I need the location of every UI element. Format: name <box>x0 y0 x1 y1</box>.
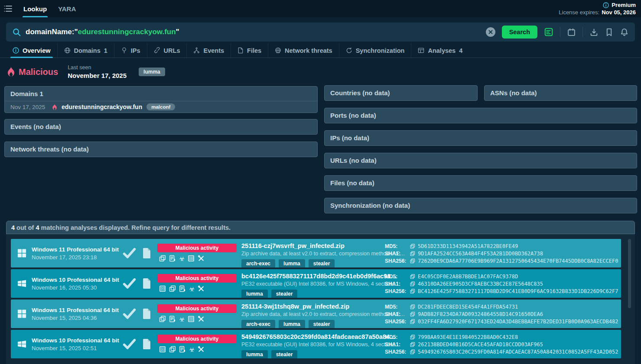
analysis-date: November 16, 2025 05:30 <box>32 284 119 291</box>
notifications-bell-icon[interactable] <box>620 28 629 37</box>
divider <box>560 27 560 37</box>
md5-hash: DC281FDEEC8ED15E454F4A1FFDA54731 <box>418 304 518 310</box>
copy-icon[interactable] <box>169 346 176 353</box>
menu-icon[interactable] <box>3 4 13 13</box>
biohazard-icon[interactable]: ☣ <box>189 346 195 353</box>
sha1-hash: 46310DA26EE905D3CF8AEBC33BC2E87E5648C835 <box>418 281 543 287</box>
premium-badge[interactable]: Premium <box>559 1 636 9</box>
globe-threat-icon <box>275 47 281 54</box>
query-results-icon[interactable] <box>544 27 553 37</box>
copy-hash-icon[interactable] <box>410 251 415 256</box>
search-bar[interactable]: domainName:"edurestunningcrackyow.fun" S… <box>6 23 635 42</box>
biohazard-icon[interactable]: ☣ <box>179 255 185 262</box>
bookmark-icon[interactable] <box>605 28 613 37</box>
tab-urls[interactable]: URLs <box>147 43 187 58</box>
copy-icon[interactable] <box>159 316 166 322</box>
search-input[interactable]: domainName:"edurestunningcrackyow.fun" <box>26 28 179 36</box>
analysis-row[interactable]: Windows 10 Professional 64 bit November … <box>11 269 621 298</box>
tab-domains[interactable]: Domains1 <box>57 43 114 58</box>
info-icon <box>603 2 609 8</box>
calendar-icon[interactable] <box>567 28 576 37</box>
tag-chip[interactable]: lumma <box>279 320 305 329</box>
report-icon[interactable] <box>169 255 176 262</box>
file-icon <box>238 47 244 54</box>
sha1-hash: 262138BDED40B16D5CACE45AFAD18CCDD03AF965 <box>418 341 543 348</box>
tag-chip[interactable]: lumma <box>241 290 268 298</box>
ti-lookup-page: Lookup YARA Premium License expires:Nov … <box>0 0 641 364</box>
tab-synchronization[interactable]: Synchronization <box>339 43 411 58</box>
copy-icon[interactable] <box>169 285 176 292</box>
report-icon[interactable] <box>179 285 186 292</box>
search-button[interactable]: Search <box>502 26 537 39</box>
copy-hash-icon[interactable] <box>410 342 415 347</box>
sample-file-icon <box>142 278 151 290</box>
tag-chip[interactable]: stealer <box>309 320 335 329</box>
tag-chip[interactable]: lumma <box>279 259 305 268</box>
tag-chip[interactable]: arch-exec <box>241 259 275 268</box>
analysis-file-name[interactable]: 5494926765803c20c259fd0a814fadcaeac87a50… <box>241 333 384 340</box>
tab-files[interactable]: Files <box>231 43 268 58</box>
tools-icon[interactable] <box>198 255 205 262</box>
copy-hash-icon[interactable] <box>410 244 415 249</box>
tools-icon[interactable] <box>198 316 205 322</box>
copy-hash-icon[interactable] <box>410 281 415 287</box>
biohazard-icon[interactable]: ☣ <box>179 316 185 322</box>
tag-chip[interactable]: stealer <box>271 290 298 298</box>
copy-hash-icon[interactable] <box>410 319 415 324</box>
tag-chip[interactable]: stealer <box>271 350 298 359</box>
link-icon <box>154 47 160 54</box>
tab-overview[interactable]: Overview <box>6 43 57 58</box>
windows11-logo-icon <box>17 248 27 258</box>
branch-icon <box>193 47 200 54</box>
nav-tab-yara[interactable]: YARA <box>57 0 77 17</box>
copy-hash-icon[interactable] <box>410 312 415 317</box>
domain-name[interactable]: edurestunningcrackyow.fun <box>62 103 142 110</box>
export-download-icon[interactable] <box>589 28 599 37</box>
tab-ips[interactable]: IPs <box>114 43 147 58</box>
sample-file-icon <box>142 308 151 320</box>
analysis-file-name[interactable]: 251116-czj7wsvrft_pw_infected.zip <box>241 242 384 249</box>
nav-tab-lookup[interactable]: Lookup <box>23 0 48 17</box>
malware-family-tag[interactable]: lumma <box>139 68 165 76</box>
tools-icon[interactable] <box>198 285 205 292</box>
copy-hash-icon[interactable] <box>410 335 415 340</box>
analysis-row[interactable]: Windows 11 Professional 64 bit November … <box>11 239 621 267</box>
static-analysis-icon[interactable] <box>159 346 166 353</box>
premium-label: Premium <box>612 1 636 9</box>
analysis-row[interactable]: Windows 10 Professional 64 bit November … <box>11 330 621 358</box>
tab-network-threats[interactable]: Network threats <box>268 43 339 58</box>
domain-row[interactable]: Nov 17, 2025 edurestunningcrackyow.fun m… <box>5 101 317 113</box>
tools-icon[interactable] <box>198 346 205 353</box>
analysis-os: Windows 10 Professional 64 bit <box>32 277 119 283</box>
malconf-tag[interactable]: malconf <box>146 103 175 110</box>
copy-hash-icon[interactable] <box>410 304 415 309</box>
analysis-row[interactable]: Windows 11 Professional 64 bit November … <box>11 300 621 328</box>
scrollbar-thumb[interactable] <box>628 239 631 308</box>
search-icon <box>12 28 21 37</box>
tag-chip[interactable]: lumma <box>241 350 268 359</box>
tab-analyses[interactable]: Analyses4 <box>411 43 469 58</box>
tab-events[interactable]: Events <box>186 43 231 58</box>
copy-icon[interactable] <box>159 255 166 262</box>
analysis-file-name[interactable]: 251114-3wj1tshq8w_pw_infected.zip <box>241 303 384 310</box>
copy-hash-icon[interactable] <box>410 258 415 264</box>
copy-hash-icon[interactable] <box>410 349 415 354</box>
report-icon[interactable] <box>169 316 176 322</box>
report-icon[interactable] <box>179 346 186 353</box>
static-analysis-icon[interactable] <box>188 255 195 262</box>
completed-check-icon <box>123 278 136 289</box>
sha256-hash: 5494926765803C20C259FD0A814FADCAEAC87A50… <box>418 349 618 355</box>
analysis-file-name[interactable]: bc4126e425f75883271117d8bd2d9c41eb0d9f6a… <box>241 273 384 280</box>
license-expiry: License expires:Nov 05, 2026 <box>559 9 636 16</box>
static-analysis-icon[interactable] <box>188 316 195 322</box>
completed-check-icon <box>123 248 136 259</box>
copy-hash-icon[interactable] <box>410 289 415 294</box>
tag-chip[interactable]: arch-exec <box>241 320 275 329</box>
biohazard-icon[interactable]: ☣ <box>189 286 195 292</box>
malicious-activity-badge: Malicious activity <box>157 335 237 343</box>
tag-chip[interactable]: stealer <box>309 259 335 268</box>
copy-hash-icon[interactable] <box>410 274 415 279</box>
static-analysis-icon[interactable] <box>159 285 166 292</box>
clear-search-button[interactable] <box>486 27 495 37</box>
md5-hash: 799BAA93E4E1E19840522B8AD0C432E8 <box>418 334 518 340</box>
